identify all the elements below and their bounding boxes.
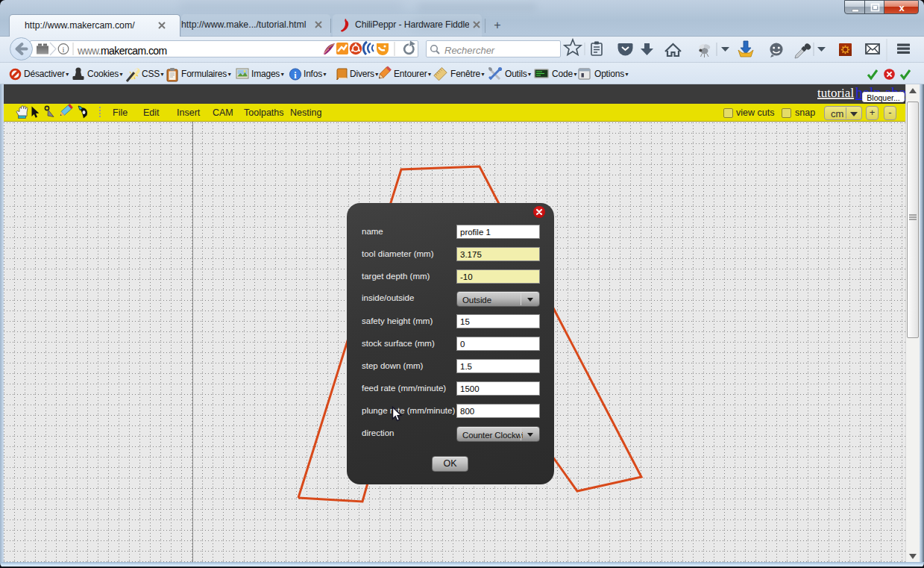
svg-text:x: x — [899, 2, 905, 13]
svg-text:i: i — [63, 46, 65, 54]
svg-text:tutorial: tutorial — [817, 86, 854, 100]
